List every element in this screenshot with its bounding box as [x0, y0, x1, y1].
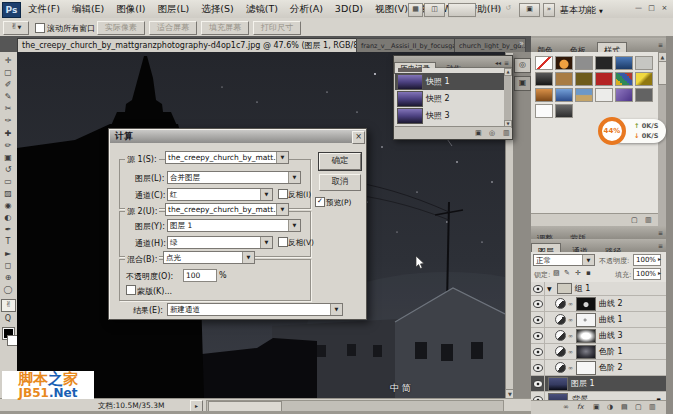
quick-selection-tool[interactable]: ✎: [2, 91, 14, 102]
new-document-icon[interactable]: ▣: [471, 129, 486, 137]
history-panel-icon[interactable]: ◎: [514, 58, 531, 73]
blur-tool[interactable]: ◉: [2, 200, 14, 211]
crop-tool[interactable]: ✂: [2, 103, 14, 114]
clone-stamp-tool[interactable]: ▣: [2, 152, 14, 163]
menu-layer[interactable]: 图层(L): [152, 0, 196, 16]
menu-edit[interactable]: 编辑(E): [66, 0, 110, 16]
3d-orbit-tool[interactable]: ◯: [2, 284, 14, 295]
mask-checkbox[interactable]: [126, 285, 136, 295]
arrange-documents-icon[interactable]: ◫: [424, 3, 445, 17]
layer-mask-thumbnail[interactable]: [576, 345, 596, 359]
lock-transparency-icon[interactable]: ▨: [553, 269, 560, 277]
zoom-tool-icon[interactable]: Q: [491, 3, 502, 15]
tab-creepy-church[interactable]: the_creepy_church_by_mattgranzphotograph…: [17, 38, 364, 53]
header-overflow-icon[interactable]: »: [543, 3, 555, 17]
blend-mode-select[interactable]: 正常▼: [533, 254, 595, 266]
fit-screen-button[interactable]: 适合屏幕: [149, 21, 197, 35]
layer-row-background[interactable]: 背景 ▪: [531, 392, 666, 400]
delete-layer-icon[interactable]: ▥: [645, 403, 660, 411]
layer-mask-thumbnail[interactable]: [576, 361, 596, 375]
style-swatch[interactable]: [535, 88, 553, 102]
scroll-up-icon[interactable]: ▲: [504, 68, 512, 76]
delete-icon[interactable]: ▥: [499, 129, 514, 137]
cancel-button[interactable]: 取消: [319, 174, 361, 191]
channel2-select[interactable]: 绿▼: [167, 236, 273, 249]
preview-checkbox[interactable]: ✓: [315, 197, 325, 207]
new-snapshot-icon[interactable]: ◎: [485, 129, 499, 137]
zoom-level-box[interactable]: [448, 3, 476, 17]
pen-tool[interactable]: ✒: [2, 224, 14, 235]
history-brush-tool[interactable]: ↺: [2, 164, 14, 175]
channel1-select[interactable]: 红▼: [167, 188, 273, 201]
layer-thumbnail[interactable]: [548, 377, 568, 391]
link-layers-icon[interactable]: ∞: [559, 403, 573, 411]
healing-brush-tool[interactable]: ✚: [2, 128, 14, 139]
panel-menu-icon[interactable]: ≡: [658, 226, 666, 236]
ok-button[interactable]: 确定: [319, 153, 361, 170]
eye-icon[interactable]: [533, 380, 543, 388]
eraser-tool[interactable]: ▭: [2, 176, 14, 187]
layer2-select[interactable]: 图层 1▼: [167, 219, 301, 232]
new-adjustment-icon[interactable]: ◑: [603, 403, 617, 411]
style-swatch[interactable]: [575, 56, 593, 70]
layer-row-adjustment[interactable]: ∞ 色阶 1: [531, 344, 666, 360]
actual-pixels-button[interactable]: 实际像素: [97, 21, 145, 35]
hand-tool[interactable]: ✌: [1, 299, 16, 312]
tab-church-light[interactable]: church_light_by_gd...: [454, 38, 526, 53]
eye-icon[interactable]: [533, 300, 543, 308]
print-size-button[interactable]: 打印尺寸: [253, 21, 301, 35]
layer1-select[interactable]: 合并图层▼: [167, 171, 301, 184]
new-style-icon[interactable]: ▢: [627, 216, 642, 224]
lock-pixels-icon[interactable]: ✎: [564, 269, 570, 277]
layer-row-selected[interactable]: 图层 1: [531, 376, 666, 392]
netspeed-percent-badge[interactable]: 44%: [598, 117, 626, 145]
fill-arrow-icon[interactable]: ▸: [658, 269, 661, 276]
tool-preset-button[interactable]: ✌▼: [3, 21, 29, 35]
path-selection-tool[interactable]: ►: [2, 248, 14, 259]
history-panel-header[interactable]: 历史记录 动作 ≡ ◂◂: [394, 56, 512, 68]
eye-icon[interactable]: [533, 348, 543, 356]
style-swatch[interactable]: [575, 88, 593, 102]
opacity-input[interactable]: 100: [183, 269, 217, 282]
add-mask-icon[interactable]: ▣: [589, 403, 604, 411]
style-swatch[interactable]: [555, 88, 573, 102]
style-swatch[interactable]: [535, 56, 553, 70]
layer-row-adjustment[interactable]: ∞ 曲线 3: [531, 328, 666, 344]
screen-mode-icon[interactable]: ▣: [519, 3, 540, 17]
lock-position-icon[interactable]: ✛: [575, 269, 581, 277]
eye-icon[interactable]: [533, 316, 543, 324]
style-swatch[interactable]: [615, 56, 633, 70]
style-swatch[interactable]: [575, 72, 593, 86]
style-swatch[interactable]: [555, 72, 573, 86]
menu-filter[interactable]: 滤镜(T): [240, 0, 284, 16]
result-select[interactable]: 新建通道▼: [167, 303, 343, 316]
zoom-tool[interactable]: Q: [2, 313, 14, 324]
style-swatch[interactable]: [635, 72, 653, 86]
layer-mask-thumbnail[interactable]: [576, 329, 596, 343]
layer-style-icon[interactable]: fx: [573, 403, 588, 411]
tab-overflow-icon[interactable]: »: [519, 39, 524, 48]
layer-row-adjustment[interactable]: ∞ 曲线 1: [531, 312, 666, 328]
invert1-checkbox[interactable]: [278, 189, 288, 199]
close-button[interactable]: ×: [659, 3, 670, 15]
style-swatch[interactable]: [595, 72, 613, 86]
style-swatch[interactable]: [555, 56, 573, 70]
panel-menu-icon[interactable]: ≡: [658, 239, 666, 249]
eye-icon[interactable]: [533, 285, 543, 293]
invert2-checkbox[interactable]: [278, 237, 288, 247]
layer-thumbnail[interactable]: [548, 393, 568, 401]
source1-select[interactable]: the_creepy_church_by_matt...▼: [165, 151, 289, 164]
style-swatch[interactable]: [555, 104, 573, 118]
expand-icon[interactable]: ▼: [545, 285, 554, 292]
eye-icon[interactable]: [533, 332, 543, 340]
style-swatch[interactable]: [635, 56, 653, 70]
style-swatch[interactable]: [595, 88, 613, 102]
menu-image[interactable]: 图像(I): [110, 0, 151, 16]
snapshot-row[interactable]: 快照 2: [395, 90, 504, 107]
style-swatch[interactable]: [635, 88, 653, 102]
dock-edge[interactable]: [666, 36, 673, 414]
style-swatch[interactable]: [615, 88, 633, 102]
rotate-view-icon[interactable]: ↺: [503, 3, 514, 15]
preview-panel-icon[interactable]: ▣: [514, 76, 531, 91]
move-tool[interactable]: ✛: [2, 55, 14, 66]
